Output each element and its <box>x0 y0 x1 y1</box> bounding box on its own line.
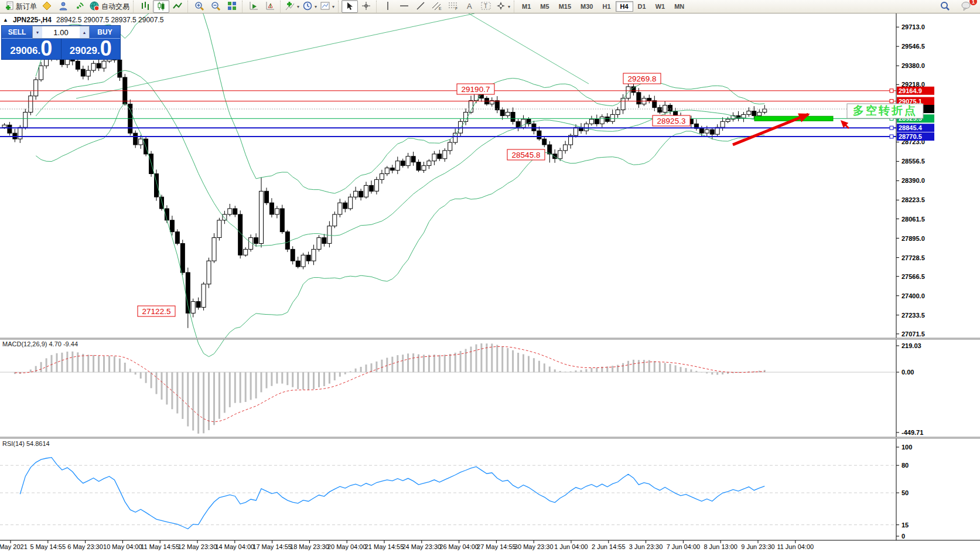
bar-chart-type-button[interactable] <box>136 0 153 13</box>
notification-badge: 1 <box>969 0 977 5</box>
sell-button[interactable]: SELL <box>2 26 32 39</box>
metaeditor-icon <box>42 1 52 12</box>
cursor-tool-button[interactable] <box>342 0 358 13</box>
svg-text:5 May 14:55: 5 May 14:55 <box>30 543 66 550</box>
svg-text:50: 50 <box>902 489 909 496</box>
svg-text:27895.0: 27895.0 <box>902 235 925 242</box>
zoom-out-button[interactable] <box>207 0 224 13</box>
volume-increase-button[interactable]: ▴ <box>80 26 89 38</box>
profile-icon <box>59 1 68 12</box>
horizontal-line-icon <box>399 2 409 11</box>
templates-icon <box>320 1 330 12</box>
tile-windows-button[interactable] <box>224 0 240 13</box>
svg-text:28770.5: 28770.5 <box>899 133 922 140</box>
note-annotation[interactable]: 多空转折点 <box>847 104 923 118</box>
mt4-trading-platform: { "ui": { "toolbar": { "new_order": "新订单… <box>0 0 980 552</box>
signals-icon <box>75 1 84 12</box>
svg-text:7 Jun 04:00: 7 Jun 04:00 <box>667 543 701 550</box>
label-tool-button[interactable]: T <box>478 0 494 13</box>
svg-text:21 May 14:55: 21 May 14:55 <box>365 543 404 550</box>
sell-price-display[interactable]: 29006.0 <box>2 39 61 59</box>
svg-text:10 May 04:00: 10 May 04:00 <box>103 543 142 550</box>
chart-title: ▲ JPN225-,H4 28942.5 29007.5 28937.5 290… <box>3 16 163 24</box>
svg-text:-449.71: -449.71 <box>902 429 923 436</box>
notifications-button[interactable]: 1 <box>958 0 974 13</box>
svg-text:29546.5: 29546.5 <box>902 43 925 50</box>
sell-price-main: 29006 <box>10 46 37 56</box>
trendline-tool-button[interactable] <box>412 0 429 13</box>
periods-button[interactable]: ▾ <box>301 0 319 13</box>
one-click-trading-panel: SELL ▾ ▴ BUY 29006.0 29029.0 <box>2 26 120 59</box>
price-callout-labels[interactable]: 29190.729269.828925.328545.827122.5 <box>138 73 690 316</box>
channel-tool-button[interactable]: E <box>429 0 445 13</box>
macd-indicator-label: MACD(12,26,9) 4.70 -9.44 <box>2 340 78 347</box>
line-chart-icon <box>173 1 182 12</box>
horizontal-line-tool-button[interactable] <box>396 0 412 13</box>
svg-text:28390.0: 28390.0 <box>902 177 925 184</box>
time-axis[interactable]: 4 May 20215 May 14:556 May 23:3010 May 0… <box>0 540 814 550</box>
new-order-label: 新订单 <box>16 2 37 12</box>
chart-canvas[interactable]: 29713.029546.529380.029218.028723.028556… <box>0 13 980 552</box>
trendline-icon <box>416 1 425 12</box>
auto-scroll-button[interactable] <box>245 0 262 13</box>
fibonacci-tool-button[interactable]: F <box>445 0 462 13</box>
timeframe-m5-button[interactable]: M5 <box>535 1 554 12</box>
panel-dividers[interactable] <box>0 338 980 540</box>
timeframe-w1-button[interactable]: W1 <box>651 1 670 12</box>
timeframe-mn-button[interactable]: MN <box>670 1 689 12</box>
svg-text:2 Jun 14:55: 2 Jun 14:55 <box>592 543 626 550</box>
new-order-icon <box>5 1 14 12</box>
bollinger-bands <box>36 13 764 357</box>
macd-axis[interactable]: 219.030.00-449.71 <box>896 342 923 436</box>
svg-text:11 Jun 04:00: 11 Jun 04:00 <box>777 543 814 550</box>
chart-shift-button[interactable] <box>262 0 278 13</box>
rsi-axis[interactable]: 1008050150 <box>896 444 912 540</box>
arrows-tool-button[interactable]: ▾ <box>494 0 512 13</box>
text-tool-button[interactable]: A <box>462 0 478 13</box>
candlestick-series <box>2 44 767 328</box>
candlestick-chart-icon <box>156 1 166 12</box>
crosshair-tool-button[interactable] <box>358 0 374 13</box>
market-profile-button[interactable] <box>55 0 71 13</box>
svg-text:28061.5: 28061.5 <box>902 216 925 223</box>
panel-collapse-icon[interactable]: ▲ <box>3 17 8 23</box>
svg-text:29164.9: 29164.9 <box>899 87 922 94</box>
line-chart-type-button[interactable] <box>169 0 186 13</box>
svg-text:0: 0 <box>902 533 905 540</box>
signals-button[interactable] <box>71 0 88 13</box>
timeframe-m1-button[interactable]: M1 <box>517 1 535 12</box>
svg-text:F: F <box>455 6 457 11</box>
new-order-button[interactable]: 新订单 <box>3 0 39 13</box>
equidistant-channel-icon: E <box>432 1 442 12</box>
svg-text:28223.5: 28223.5 <box>902 196 925 203</box>
vertical-line-tool-button[interactable] <box>380 0 396 13</box>
svg-text:80: 80 <box>902 462 909 469</box>
timeframe-h1-button[interactable]: H1 <box>597 1 615 12</box>
svg-text:29190.7: 29190.7 <box>462 85 490 94</box>
small-arrow-object[interactable] <box>838 118 849 128</box>
timeframe-d1-button[interactable]: D1 <box>633 1 651 12</box>
timeframe-m15-button[interactable]: M15 <box>554 1 576 12</box>
indicators-button[interactable]: ▾ <box>284 0 301 13</box>
zoom-in-button[interactable] <box>191 0 207 13</box>
zoom-in-icon <box>194 1 204 12</box>
svg-text:9 Jun 23:30: 9 Jun 23:30 <box>741 543 775 550</box>
metaeditor-button[interactable] <box>39 0 55 13</box>
svg-text:1 Jun 04:00: 1 Jun 04:00 <box>554 543 588 550</box>
search-button[interactable] <box>937 0 953 13</box>
timeframe-h4-button[interactable]: H4 <box>616 1 633 12</box>
buy-price-display[interactable]: 29029.0 <box>61 39 121 59</box>
timeframe-m30-button[interactable]: M30 <box>576 1 597 12</box>
candlestick-chart-type-button[interactable] <box>153 0 169 13</box>
svg-text:27400.0: 27400.0 <box>902 292 925 299</box>
svg-text:28545.8: 28545.8 <box>512 151 541 159</box>
autotrade-button[interactable]: 自动交易 <box>88 0 131 13</box>
horizontal-line-objects[interactable] <box>0 89 896 138</box>
svg-text:11 May 14:55: 11 May 14:55 <box>141 543 179 550</box>
svg-text:219.03: 219.03 <box>902 342 921 349</box>
templates-caret-icon: ▾ <box>332 4 334 9</box>
macd-panel <box>0 343 896 434</box>
trendline-objects[interactable] <box>76 13 589 98</box>
tile-windows-icon <box>227 1 237 12</box>
templates-button[interactable]: ▾ <box>319 0 336 13</box>
